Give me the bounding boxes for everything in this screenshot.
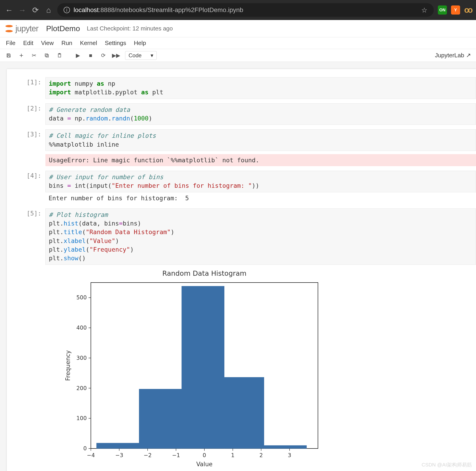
run-icon[interactable]: ▶	[74, 52, 82, 59]
cell-type-select[interactable]: Code ▾	[125, 51, 157, 60]
bookmark-star-icon[interactable]: ☆	[421, 6, 427, 14]
extension-loop-icon[interactable]: oo	[464, 5, 472, 15]
svg-text:−4: −4	[87, 452, 95, 458]
svg-text:0: 0	[203, 452, 206, 458]
code-cell[interactable]: [2]: # Generate random data data = np.ra…	[7, 103, 476, 125]
cell-prompt: [4]:	[7, 171, 45, 204]
menu-edit[interactable]: Edit	[23, 39, 33, 47]
code-input[interactable]: # User input for number of bins bins = i…	[45, 171, 476, 192]
menu-help[interactable]: Help	[134, 39, 146, 47]
extension-on-badge[interactable]: ON	[438, 5, 447, 15]
paste-icon[interactable]	[56, 52, 63, 59]
svg-text:Frequency: Frequency	[65, 350, 71, 380]
back-button[interactable]: ←	[4, 6, 14, 15]
url-text: localhost:8888/notebooks/Streamlit-app%2…	[74, 6, 243, 14]
code-input[interactable]: import numpy as np import matplotlib.pyp…	[45, 77, 476, 99]
jupyterlab-link-text: JupyterLab	[435, 52, 464, 59]
menu-settings[interactable]: Settings	[105, 39, 126, 47]
jupyter-logo-text: jupyter	[16, 24, 38, 34]
toolbar: + ✂ ▶ ■ ⟳ ▶▶ Code ▾ JupyterLab ↗	[0, 49, 476, 62]
code-input[interactable]: # Plot histogram plt.hist(data, bins=bin…	[45, 208, 476, 265]
external-link-icon: ↗	[466, 52, 471, 59]
code-input[interactable]: # Generate random data data = np.random.…	[45, 103, 476, 125]
code-cell[interactable]: [1]: import numpy as np import matplotli…	[7, 77, 476, 99]
cut-icon[interactable]: ✂	[31, 52, 38, 59]
save-icon[interactable]	[5, 52, 12, 59]
jupyter-logo[interactable]: jupyter	[4, 24, 38, 34]
restart-icon[interactable]: ⟳	[100, 52, 107, 59]
error-output: UsageError: Line magic function `%%matpl…	[45, 154, 476, 166]
menu-kernel[interactable]: Kernel	[80, 39, 97, 47]
code-cell[interactable]: [4]: # User input for number of bins bin…	[7, 171, 476, 204]
svg-text:400: 400	[76, 325, 87, 331]
stdout-output: Enter number of bins for histogram: 5	[45, 192, 476, 204]
svg-text:500: 500	[76, 294, 87, 301]
cell-prompt: [3]:	[7, 129, 45, 166]
cell-prompt: [2]:	[7, 103, 45, 125]
menu-run[interactable]: Run	[62, 39, 72, 47]
add-cell-icon[interactable]: +	[18, 52, 25, 59]
code-input[interactable]: # Cell magic for inline plots %%matplotl…	[45, 129, 476, 151]
chart-output: Random Data Histogram0100200300400500−4−…	[45, 265, 476, 470]
svg-rect-37	[139, 389, 182, 448]
forward-button[interactable]: →	[18, 6, 27, 15]
svg-text:−1: −1	[172, 452, 180, 458]
svg-text:Random Data Histogram: Random Data Histogram	[162, 269, 247, 277]
jupyter-logo-icon	[4, 24, 14, 33]
menu-view[interactable]: View	[41, 39, 54, 47]
watermark: CSDN @AI架构师易筋	[422, 461, 472, 468]
code-cell[interactable]: [3]: # Cell magic for inline plots %%mat…	[7, 129, 476, 166]
home-button[interactable]: ⌂	[44, 6, 53, 15]
notebook-title[interactable]: PlotDemo	[46, 24, 80, 33]
browser-toolbar: ← → ⟳ ⌂ i localhost:8888/notebooks/Strea…	[0, 0, 476, 20]
svg-rect-39	[224, 377, 264, 448]
svg-rect-1	[7, 55, 10, 57]
svg-rect-40	[264, 445, 307, 448]
url-bar[interactable]: i localhost:8888/notebooks/Streamlit-app…	[57, 3, 434, 17]
svg-rect-0	[7, 54, 9, 55]
notebook: [1]: import numpy as np import matplotli…	[7, 69, 476, 471]
code-cell[interactable]: [5]: # Plot histogram plt.hist(data, bin…	[7, 208, 476, 470]
menu-bar: File Edit View Run Kernel Settings Help	[0, 37, 476, 49]
svg-text:1: 1	[231, 452, 234, 458]
reload-button[interactable]: ⟳	[31, 5, 40, 15]
svg-text:Value: Value	[196, 461, 212, 468]
svg-text:100: 100	[76, 415, 87, 421]
extension-y-badge[interactable]: Y	[451, 5, 460, 15]
svg-text:300: 300	[76, 355, 87, 361]
cell-prompt: [5]:	[7, 208, 45, 470]
stop-icon[interactable]: ■	[87, 52, 94, 59]
chevron-down-icon: ▾	[151, 52, 153, 59]
menu-file[interactable]: File	[6, 39, 16, 47]
svg-rect-36	[97, 443, 139, 449]
cell-type-label: Code	[129, 52, 141, 59]
notebook-scroll-area[interactable]: [1]: import numpy as np import matplotli…	[0, 62, 476, 471]
checkpoint-text: Last Checkpoint: 12 minutes ago	[87, 25, 173, 32]
site-info-icon[interactable]: i	[64, 7, 70, 13]
svg-rect-38	[182, 286, 224, 449]
svg-text:0: 0	[83, 445, 87, 452]
svg-rect-2	[46, 54, 48, 57]
cell-prompt: [1]:	[7, 77, 45, 99]
svg-rect-3	[45, 54, 48, 56]
jupyter-header: jupyter PlotDemo Last Checkpoint: 12 min…	[0, 20, 476, 37]
histogram-chart: Random Data Histogram0100200300400500−4−…	[64, 269, 323, 469]
svg-text:2: 2	[259, 452, 263, 458]
svg-text:200: 200	[76, 385, 87, 391]
copy-icon[interactable]	[43, 52, 51, 59]
svg-text:3: 3	[288, 452, 291, 458]
fast-forward-icon[interactable]: ▶▶	[112, 52, 120, 59]
svg-text:−2: −2	[144, 452, 152, 458]
open-jupyterlab-link[interactable]: JupyterLab ↗	[435, 52, 471, 59]
svg-text:−3: −3	[115, 452, 123, 458]
